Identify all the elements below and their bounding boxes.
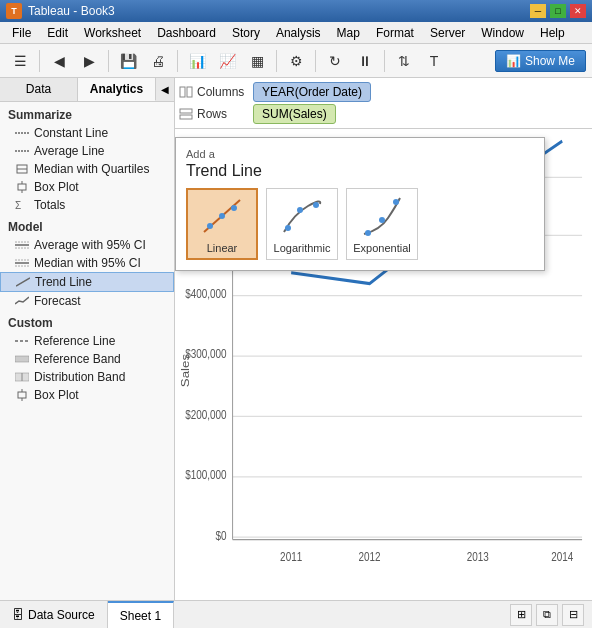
menu-help[interactable]: Help: [532, 24, 573, 42]
save-button[interactable]: 💾: [114, 48, 142, 74]
svg-point-35: [393, 199, 399, 205]
chart-btn2[interactable]: 📈: [213, 48, 241, 74]
right-content: Columns YEAR(Order Date) Rows SUM(Sales)…: [175, 78, 592, 600]
pills-area: Columns YEAR(Order Date) Rows SUM(Sales): [175, 78, 592, 129]
chart-container: Add a Trend Line Linear: [175, 129, 592, 600]
box-plot-summarize-label: Box Plot: [34, 180, 79, 194]
tab-data[interactable]: Data: [0, 78, 78, 101]
print-button[interactable]: 🖨: [144, 48, 172, 74]
forward-button[interactable]: ▶: [75, 48, 103, 74]
main-layout: Data Analytics ◀ Summarize Constant Line…: [0, 78, 592, 600]
minimize-button[interactable]: ─: [530, 4, 546, 18]
trend-option-logarithmic[interactable]: Logarithmic: [266, 188, 338, 260]
reference-band-icon: [14, 352, 30, 366]
menu-bar: File Edit Worksheet Dashboard Story Anal…: [0, 22, 592, 44]
reference-band-label: Reference Band: [34, 352, 121, 366]
item-box-plot-summarize[interactable]: Box Plot: [0, 178, 174, 196]
panel-collapse-button[interactable]: ◀: [156, 78, 174, 101]
item-box-plot-custom[interactable]: Box Plot: [0, 386, 174, 404]
show-me-button[interactable]: 📊 Show Me: [495, 50, 586, 72]
svg-text:$100,000: $100,000: [185, 468, 226, 481]
model-section-label: Model: [0, 214, 174, 236]
left-panel: Data Analytics ◀ Summarize Constant Line…: [0, 78, 175, 600]
trend-line-icon: [15, 275, 31, 289]
label-button[interactable]: T: [420, 48, 448, 74]
columns-label: Columns: [179, 85, 249, 99]
chart-btn3[interactable]: ▦: [243, 48, 271, 74]
box-plot-custom-label: Box Plot: [34, 388, 79, 402]
trend-exponential-label: Exponential: [353, 242, 411, 254]
pause-button[interactable]: ⏸: [351, 48, 379, 74]
toolbar-separator-4: [276, 50, 277, 72]
item-average-line[interactable]: Average Line: [0, 142, 174, 160]
svg-line-14: [16, 278, 30, 286]
average-95ci-label: Average with 95% CI: [34, 238, 146, 252]
svg-text:2014: 2014: [551, 550, 573, 563]
menu-edit[interactable]: Edit: [39, 24, 76, 42]
menu-server[interactable]: Server: [422, 24, 473, 42]
status-bar: 🗄 Data Source Sheet 1 ⊞ ⧉ ⊟: [0, 600, 592, 628]
refresh-button[interactable]: ↻: [321, 48, 349, 74]
svg-text:$400,000: $400,000: [185, 287, 226, 300]
columns-pill[interactable]: YEAR(Order Date): [253, 82, 371, 102]
item-reference-band[interactable]: Reference Band: [0, 350, 174, 368]
duplicate-sheet-button[interactable]: ⧉: [536, 604, 558, 626]
median-95ci-icon: [14, 256, 30, 270]
close-button[interactable]: ✕: [570, 4, 586, 18]
tab-analytics[interactable]: Analytics: [78, 78, 156, 101]
average-95ci-icon: [14, 238, 30, 252]
reference-line-icon: [14, 334, 30, 348]
menu-analysis[interactable]: Analysis: [268, 24, 329, 42]
trend-option-exponential[interactable]: Exponential: [346, 188, 418, 260]
svg-point-32: [313, 202, 319, 208]
svg-point-33: [365, 230, 371, 236]
item-totals[interactable]: Σ Totals: [0, 196, 174, 214]
new-dashboard-button[interactable]: ⊟: [562, 604, 584, 626]
menu-format[interactable]: Format: [368, 24, 422, 42]
constant-line-label: Constant Line: [34, 126, 108, 140]
item-median-quartiles[interactable]: Median with Quartiles: [0, 160, 174, 178]
tab-sheet1[interactable]: Sheet 1: [108, 601, 174, 628]
chart-type-button[interactable]: 📊: [183, 48, 211, 74]
columns-row: Columns YEAR(Order Date): [179, 82, 588, 102]
item-distribution-band[interactable]: Distribution Band: [0, 368, 174, 386]
item-reference-line[interactable]: Reference Line: [0, 332, 174, 350]
average-line-label: Average Line: [34, 144, 105, 158]
menu-story[interactable]: Story: [224, 24, 268, 42]
summarize-section-label: Summarize: [0, 102, 174, 124]
svg-text:$200,000: $200,000: [185, 408, 226, 421]
menu-map[interactable]: Map: [329, 24, 368, 42]
item-median-95ci[interactable]: Median with 95% CI: [0, 254, 174, 272]
maximize-button[interactable]: □: [550, 4, 566, 18]
rows-pill[interactable]: SUM(Sales): [253, 104, 336, 124]
trend-options: Linear Logarithmic: [186, 188, 534, 260]
toolbar: ☰ ◀ ▶ 💾 🖨 📊 📈 ▦ ⚙ ↻ ⏸ ⇅ T 📊 Show Me: [0, 44, 592, 78]
sheet1-label: Sheet 1: [120, 609, 161, 623]
menu-dashboard[interactable]: Dashboard: [149, 24, 224, 42]
item-trend-line[interactable]: Trend Line: [0, 272, 174, 292]
rows-row: Rows SUM(Sales): [179, 104, 588, 124]
title-bar: T Tableau - Book3 ─ □ ✕: [0, 0, 592, 22]
median-quartiles-label: Median with Quartiles: [34, 162, 149, 176]
trend-logarithmic-label: Logarithmic: [274, 242, 331, 254]
totals-label: Totals: [34, 198, 65, 212]
filter-button[interactable]: ⚙: [282, 48, 310, 74]
item-constant-line[interactable]: Constant Line: [0, 124, 174, 142]
trend-option-linear[interactable]: Linear: [186, 188, 258, 260]
sort-button[interactable]: ⇅: [390, 48, 418, 74]
back-button[interactable]: ◀: [45, 48, 73, 74]
menu-worksheet[interactable]: Worksheet: [76, 24, 149, 42]
item-forecast[interactable]: Forecast: [0, 292, 174, 310]
new-sheet-button[interactable]: ⊞: [510, 604, 532, 626]
menu-file[interactable]: File: [4, 24, 39, 42]
show-me-icon: 📊: [506, 54, 521, 68]
box-plot-summarize-icon: [14, 180, 30, 194]
tab-data-source[interactable]: 🗄 Data Source: [0, 601, 108, 628]
item-average-95ci[interactable]: Average with 95% CI: [0, 236, 174, 254]
average-line-icon: [14, 144, 30, 158]
new-button[interactable]: ☰: [6, 48, 34, 74]
svg-text:Σ: Σ: [15, 200, 21, 211]
svg-rect-16: [15, 356, 29, 362]
toolbar-separator-1: [39, 50, 40, 72]
menu-window[interactable]: Window: [473, 24, 532, 42]
